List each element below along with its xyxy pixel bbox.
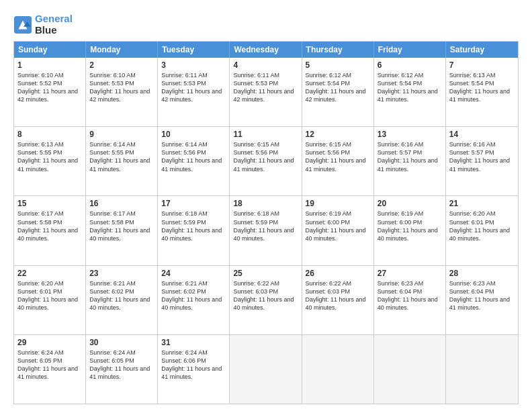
cell-date: 14	[449, 130, 515, 139]
cell-info: Sunrise: 6:12 AM Sunset: 5:54 PM Dayligh…	[306, 71, 370, 104]
calendar-cell-11: 11 Sunrise: 6:15 AM Sunset: 5:56 PM Dayl…	[230, 127, 302, 195]
cell-date: 21	[449, 199, 515, 208]
calendar-cell-25: 25 Sunrise: 6:22 AM Sunset: 6:03 PM Dayl…	[230, 266, 302, 334]
calendar-cell-14: 14 Sunrise: 6:16 AM Sunset: 5:57 PM Dayl…	[446, 127, 518, 195]
cell-info: Sunrise: 6:14 AM Sunset: 5:56 PM Dayligh…	[161, 140, 226, 173]
cell-date: 12	[306, 130, 370, 139]
cell-info: Sunrise: 6:15 AM Sunset: 5:56 PM Dayligh…	[233, 140, 298, 173]
cell-info: Sunrise: 6:20 AM Sunset: 6:01 PM Dayligh…	[449, 210, 515, 242]
cell-info: Sunrise: 6:10 AM Sunset: 5:52 PM Dayligh…	[17, 71, 82, 104]
cell-date: 18	[233, 199, 298, 208]
cell-date: 19	[306, 199, 370, 208]
cell-date: 20	[378, 199, 442, 208]
page: General Blue SundayMondayTuesdayWednesda…	[0, 0, 532, 411]
cell-date: 13	[378, 130, 442, 139]
cell-info: Sunrise: 6:20 AM Sunset: 6:01 PM Dayligh…	[17, 279, 82, 312]
calendar-cell-8: 8 Sunrise: 6:13 AM Sunset: 5:55 PM Dayli…	[14, 127, 86, 195]
cell-info: Sunrise: 6:16 AM Sunset: 5:57 PM Dayligh…	[378, 140, 442, 173]
cell-date: 9	[89, 130, 154, 139]
day-header-sunday: Sunday	[14, 42, 86, 58]
calendar-row-1: 1 Sunrise: 6:10 AM Sunset: 5:52 PM Dayli…	[14, 58, 518, 127]
day-header-wednesday: Wednesday	[230, 42, 302, 58]
cell-date: 8	[17, 130, 82, 139]
calendar-cell-empty	[230, 335, 302, 404]
calendar-cell-20: 20 Sunrise: 6:19 AM Sunset: 6:00 PM Dayl…	[374, 196, 446, 265]
cell-date: 3	[161, 60, 226, 70]
calendar-cell-17: 17 Sunrise: 6:18 AM Sunset: 5:59 PM Dayl…	[158, 196, 230, 265]
cell-date: 17	[161, 199, 226, 208]
calendar-cell-9: 9 Sunrise: 6:14 AM Sunset: 5:55 PM Dayli…	[86, 127, 158, 195]
cell-date: 30	[89, 338, 154, 347]
cell-info: Sunrise: 6:22 AM Sunset: 6:03 PM Dayligh…	[233, 279, 298, 312]
day-header-tuesday: Tuesday	[158, 42, 230, 58]
cell-info: Sunrise: 6:15 AM Sunset: 5:56 PM Dayligh…	[306, 140, 370, 173]
logo-icon	[13, 15, 32, 34]
cell-info: Sunrise: 6:14 AM Sunset: 5:55 PM Dayligh…	[89, 140, 154, 173]
cell-date: 26	[306, 269, 370, 278]
cell-date: 29	[17, 338, 82, 347]
cell-info: Sunrise: 6:17 AM Sunset: 5:58 PM Dayligh…	[17, 210, 82, 242]
calendar-cell-13: 13 Sunrise: 6:16 AM Sunset: 5:57 PM Dayl…	[374, 127, 446, 195]
calendar-cell-2: 2 Sunrise: 6:10 AM Sunset: 5:53 PM Dayli…	[86, 58, 158, 126]
calendar-row-3: 15 Sunrise: 6:17 AM Sunset: 5:58 PM Dayl…	[14, 196, 518, 265]
cell-date: 25	[233, 269, 298, 278]
calendar-cell-empty	[374, 335, 446, 404]
cell-info: Sunrise: 6:24 AM Sunset: 6:05 PM Dayligh…	[17, 349, 82, 381]
calendar-cell-31: 31 Sunrise: 6:24 AM Sunset: 6:06 PM Dayl…	[158, 335, 230, 404]
cell-date: 16	[89, 199, 154, 208]
calendar-cell-23: 23 Sunrise: 6:21 AM Sunset: 6:02 PM Dayl…	[86, 266, 158, 334]
cell-date: 11	[233, 130, 298, 139]
cell-info: Sunrise: 6:13 AM Sunset: 5:55 PM Dayligh…	[17, 140, 82, 173]
calendar-row-2: 8 Sunrise: 6:13 AM Sunset: 5:55 PM Dayli…	[14, 127, 518, 196]
calendar-cell-29: 29 Sunrise: 6:24 AM Sunset: 6:05 PM Dayl…	[14, 335, 86, 404]
cell-info: Sunrise: 6:12 AM Sunset: 5:54 PM Dayligh…	[378, 71, 442, 104]
cell-info: Sunrise: 6:10 AM Sunset: 5:53 PM Dayligh…	[89, 71, 154, 104]
cell-info: Sunrise: 6:24 AM Sunset: 6:06 PM Dayligh…	[161, 349, 226, 381]
calendar-cell-3: 3 Sunrise: 6:11 AM Sunset: 5:53 PM Dayli…	[158, 58, 230, 126]
calendar-cell-12: 12 Sunrise: 6:15 AM Sunset: 5:56 PM Dayl…	[302, 127, 374, 195]
calendar-cell-16: 16 Sunrise: 6:17 AM Sunset: 5:58 PM Dayl…	[86, 196, 158, 265]
logo-text: General Blue	[35, 13, 73, 36]
calendar-cell-6: 6 Sunrise: 6:12 AM Sunset: 5:54 PM Dayli…	[374, 58, 446, 126]
calendar-cell-empty	[446, 335, 518, 404]
cell-date: 23	[89, 269, 154, 278]
cell-date: 10	[161, 130, 226, 139]
header: General Blue	[13, 11, 519, 36]
day-header-thursday: Thursday	[302, 42, 374, 58]
cell-date: 15	[17, 199, 82, 208]
calendar-cell-28: 28 Sunrise: 6:23 AM Sunset: 6:04 PM Dayl…	[446, 266, 518, 334]
cell-info: Sunrise: 6:13 AM Sunset: 5:54 PM Dayligh…	[449, 71, 515, 104]
calendar-cell-1: 1 Sunrise: 6:10 AM Sunset: 5:52 PM Dayli…	[14, 58, 86, 126]
cell-info: Sunrise: 6:16 AM Sunset: 5:57 PM Dayligh…	[449, 140, 515, 173]
calendar-cell-19: 19 Sunrise: 6:19 AM Sunset: 6:00 PM Dayl…	[302, 196, 374, 265]
cell-info: Sunrise: 6:23 AM Sunset: 6:04 PM Dayligh…	[378, 279, 442, 312]
cell-date: 6	[378, 60, 442, 70]
calendar-cell-30: 30 Sunrise: 6:24 AM Sunset: 6:05 PM Dayl…	[86, 335, 158, 404]
cell-date: 22	[17, 269, 82, 278]
day-header-saturday: Saturday	[446, 42, 518, 58]
cell-date: 7	[449, 60, 515, 70]
cell-info: Sunrise: 6:21 AM Sunset: 6:02 PM Dayligh…	[89, 279, 154, 312]
calendar-cell-24: 24 Sunrise: 6:21 AM Sunset: 6:02 PM Dayl…	[158, 266, 230, 334]
calendar-cell-21: 21 Sunrise: 6:20 AM Sunset: 6:01 PM Dayl…	[446, 196, 518, 265]
calendar-cell-15: 15 Sunrise: 6:17 AM Sunset: 5:58 PM Dayl…	[14, 196, 86, 265]
cell-info: Sunrise: 6:21 AM Sunset: 6:02 PM Dayligh…	[161, 279, 226, 312]
calendar: SundayMondayTuesdayWednesdayThursdayFrid…	[13, 41, 519, 404]
calendar-cell-empty	[302, 335, 374, 404]
cell-date: 2	[89, 60, 154, 70]
calendar-cell-7: 7 Sunrise: 6:13 AM Sunset: 5:54 PM Dayli…	[446, 58, 518, 126]
cell-info: Sunrise: 6:24 AM Sunset: 6:05 PM Dayligh…	[89, 349, 154, 381]
cell-info: Sunrise: 6:19 AM Sunset: 6:00 PM Dayligh…	[306, 210, 370, 242]
calendar-cell-18: 18 Sunrise: 6:18 AM Sunset: 5:59 PM Dayl…	[230, 196, 302, 265]
calendar-cell-4: 4 Sunrise: 6:11 AM Sunset: 5:53 PM Dayli…	[230, 58, 302, 126]
cell-info: Sunrise: 6:17 AM Sunset: 5:58 PM Dayligh…	[89, 210, 154, 242]
cell-info: Sunrise: 6:11 AM Sunset: 5:53 PM Dayligh…	[161, 71, 226, 104]
cell-info: Sunrise: 6:19 AM Sunset: 6:00 PM Dayligh…	[378, 210, 442, 242]
cell-info: Sunrise: 6:11 AM Sunset: 5:53 PM Dayligh…	[233, 71, 298, 104]
logo: General Blue	[13, 13, 73, 36]
cell-date: 28	[449, 269, 515, 278]
calendar-cell-5: 5 Sunrise: 6:12 AM Sunset: 5:54 PM Dayli…	[302, 58, 374, 126]
cell-date: 24	[161, 269, 226, 278]
day-header-friday: Friday	[374, 42, 446, 58]
cell-date: 5	[306, 60, 370, 70]
